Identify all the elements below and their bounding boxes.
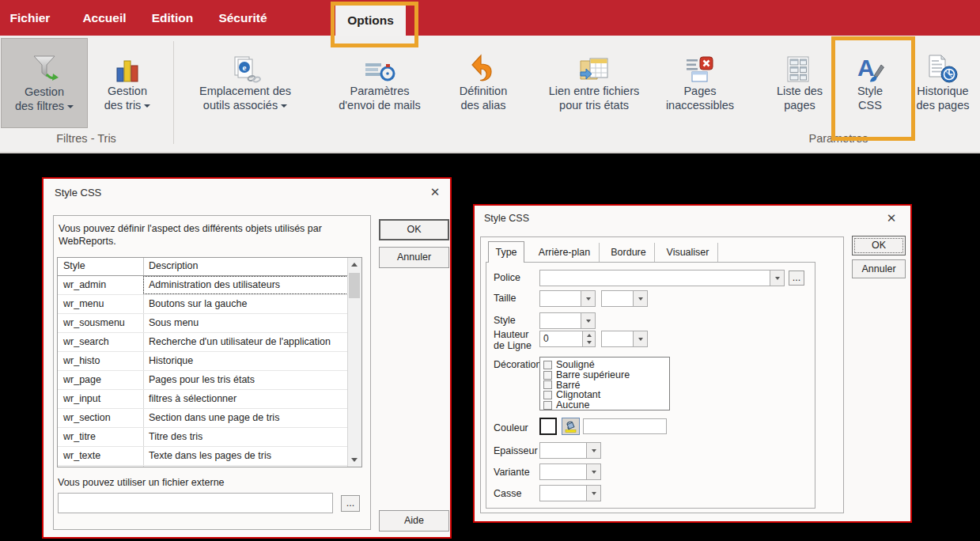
- table-row[interactable]: wr_sousmenu Sous menu: [58, 314, 361, 333]
- table-row[interactable]: wr_titre Titre des tris: [58, 428, 361, 447]
- styles-table[interactable]: Style Description wr_admin Administratio…: [57, 257, 362, 467]
- taille-unit-value[interactable]: [602, 291, 633, 306]
- tab-accueil[interactable]: Accueil: [79, 0, 130, 36]
- cancel-button[interactable]: Annuler: [379, 247, 449, 268]
- decoration-option[interactable]: Souligné: [543, 360, 669, 370]
- cell-style[interactable]: wr_page: [58, 371, 143, 389]
- cell-description[interactable]: Historique: [143, 352, 348, 370]
- cell-style[interactable]: wr_menu: [58, 295, 143, 313]
- variante-value[interactable]: [540, 464, 586, 479]
- emplacement-outils-associes-button[interactable]: e Emplacement des outils associés: [179, 38, 312, 128]
- cell-description[interactable]: Recherche d'un utilisateur de l'applicat…: [143, 333, 348, 351]
- spin-down-button[interactable]: [583, 339, 595, 347]
- scroll-down-button[interactable]: [348, 453, 361, 467]
- hauteur-unit-value[interactable]: [602, 331, 633, 346]
- tab-securite[interactable]: Sécurité: [215, 0, 271, 36]
- ok-button[interactable]: OK: [852, 236, 906, 255]
- external-file-input[interactable]: [58, 493, 333, 513]
- checkbox-aucune[interactable]: [543, 401, 552, 410]
- table-row[interactable]: wr_texte Texte dans les pages de tris: [58, 447, 361, 466]
- hauteur-value[interactable]: 0: [540, 331, 582, 346]
- close-icon[interactable]: [884, 211, 899, 225]
- checkbox-clignotant[interactable]: [543, 391, 552, 399]
- tab-type[interactable]: Type: [488, 241, 524, 263]
- taille-unit-combobox[interactable]: [601, 290, 648, 307]
- variante-combobox[interactable]: [539, 463, 601, 480]
- table-row[interactable]: wr_histo Historique: [58, 352, 361, 371]
- taille-unit-dropdown-button[interactable]: [633, 291, 647, 306]
- hauteur-unit-dropdown-button[interactable]: [633, 331, 647, 346]
- cancel-button[interactable]: Annuler: [852, 259, 906, 278]
- tab-visualiser[interactable]: Visualiser: [658, 243, 718, 262]
- color-value-input[interactable]: [583, 418, 667, 434]
- table-row[interactable]: wr_menu Boutons sur la gauche: [58, 295, 361, 314]
- checkbox-barre-superieure[interactable]: [543, 371, 552, 380]
- historique-des-pages-button[interactable]: Historique des pages: [906, 38, 979, 128]
- parametres-envoi-mails-button[interactable]: Paramètres d'envoi de mails: [331, 38, 429, 128]
- ok-button[interactable]: OK: [379, 219, 449, 240]
- cell-style[interactable]: wr_sousmenu: [58, 314, 143, 332]
- police-browse-button[interactable]: ...: [789, 270, 804, 286]
- epaisseur-dropdown-button[interactable]: [586, 443, 600, 458]
- table-row[interactable]: wr_search Recherche d'un utilisateur de …: [58, 333, 361, 352]
- help-button[interactable]: Aide: [379, 510, 449, 532]
- column-header-style[interactable]: Style: [58, 258, 143, 275]
- taille-combobox[interactable]: [539, 290, 596, 307]
- lien-entre-fichiers-button[interactable]: Lien entre fichiers pour tris états: [533, 38, 655, 128]
- cell-description[interactable]: Boutons sur la gauche: [143, 295, 348, 313]
- table-row[interactable]: wr_input filtres à sélectionner: [58, 390, 361, 409]
- definition-des-alias-button[interactable]: Définition des alias: [440, 38, 527, 128]
- cell-description[interactable]: Administration des utilisateurs: [143, 276, 348, 294]
- column-header-description[interactable]: Description: [143, 258, 348, 275]
- table-row[interactable]: wr_admin Administration des utilisateurs: [58, 276, 361, 295]
- tab-options-active[interactable]: Options: [335, 6, 406, 36]
- style-value[interactable]: [540, 313, 581, 328]
- cell-style[interactable]: wr_titre: [58, 428, 143, 446]
- cell-style[interactable]: wr_input: [58, 390, 143, 408]
- taille-value[interactable]: [540, 291, 581, 306]
- browse-file-button[interactable]: ...: [341, 495, 360, 512]
- police-value[interactable]: [540, 270, 770, 286]
- taille-dropdown-button[interactable]: [581, 291, 595, 306]
- tab-bordure[interactable]: Bordure: [603, 243, 655, 262]
- style-combobox[interactable]: [539, 312, 596, 329]
- decoration-listbox[interactable]: Souligné Barre supérieure Barré Clignota…: [539, 357, 670, 410]
- scrollbar-thumb[interactable]: [349, 273, 360, 298]
- variante-dropdown-button[interactable]: [586, 464, 600, 479]
- cell-description[interactable]: Sous menu: [143, 314, 348, 332]
- hauteur-spinner[interactable]: 0: [539, 331, 596, 347]
- style-css-button[interactable]: A Style CSS: [838, 38, 902, 128]
- tab-edition[interactable]: Edition: [149, 0, 196, 36]
- color-picker-button[interactable]: [562, 418, 580, 435]
- police-dropdown-button[interactable]: [770, 270, 784, 286]
- decoration-option[interactable]: Aucune: [543, 400, 669, 410]
- tab-arriere-plan[interactable]: Arrière-plan: [530, 243, 600, 262]
- cell-description[interactable]: Titre des tris: [143, 428, 348, 446]
- hauteur-unit-combobox[interactable]: [601, 331, 648, 347]
- cell-description[interactable]: Section dans une page de tris: [143, 409, 348, 427]
- vertical-scrollbar[interactable]: [347, 258, 361, 467]
- police-combobox[interactable]: [539, 270, 785, 286]
- table-row[interactable]: wr_page Pages pour les tris états: [58, 371, 361, 390]
- cell-style[interactable]: wr_section: [58, 409, 143, 427]
- tab-fichier[interactable]: Fichier: [8, 0, 52, 36]
- color-swatch[interactable]: [539, 418, 557, 435]
- checkbox-souligne[interactable]: [543, 361, 552, 369]
- cell-style[interactable]: wr_search: [58, 333, 143, 351]
- casse-value[interactable]: [540, 486, 586, 501]
- cell-style[interactable]: wr_admin: [58, 276, 143, 294]
- scroll-up-button[interactable]: [348, 258, 361, 271]
- epaisseur-combobox[interactable]: [539, 442, 601, 459]
- decoration-option[interactable]: Barre supérieure: [543, 370, 669, 380]
- checkbox-barre[interactable]: [543, 380, 552, 389]
- cell-style[interactable]: wr_histo: [58, 352, 143, 370]
- style-dropdown-button[interactable]: [581, 313, 595, 328]
- cell-description[interactable]: Texte dans les pages de tris: [143, 447, 348, 465]
- liste-des-pages-button[interactable]: Liste des pages: [767, 38, 832, 128]
- close-icon[interactable]: [428, 185, 442, 199]
- pages-inaccessibles-button[interactable]: Pages inaccessibles: [656, 38, 744, 128]
- casse-dropdown-button[interactable]: [586, 486, 600, 501]
- table-row[interactable]: wr_section Section dans une page de tris: [58, 409, 361, 428]
- gestion-des-filtres-button[interactable]: Gestion des filtres: [1, 38, 88, 128]
- gestion-des-tris-button[interactable]: Gestion des tris: [92, 38, 163, 128]
